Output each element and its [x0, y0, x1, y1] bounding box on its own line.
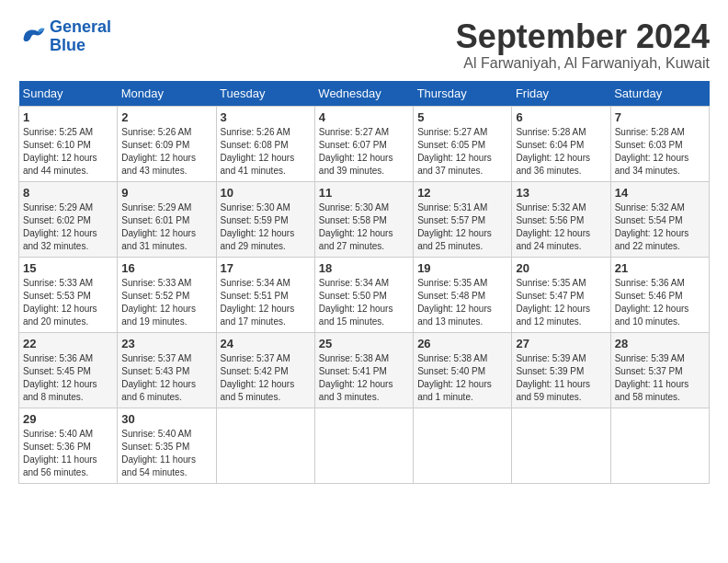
day-number: 22 [23, 337, 113, 350]
day-number: 1 [23, 110, 113, 124]
location-subtitle: Al Farwaniyah, Al Farwaniyah, Kuwait [456, 55, 710, 72]
calendar-day-cell: 19 Sunrise: 5:35 AM Sunset: 5:48 PM Dayl… [414, 257, 512, 332]
day-number: 21 [615, 261, 705, 275]
day-info: Sunrise: 5:36 AM Sunset: 5:46 PM Dayligh… [615, 277, 705, 328]
day-number: 15 [23, 261, 113, 275]
calendar-day-cell: 23 Sunrise: 5:37 AM Sunset: 5:43 PM Dayl… [118, 332, 216, 408]
calendar-day-cell: 2 Sunrise: 5:26 AM Sunset: 6:09 PM Dayli… [118, 106, 216, 181]
calendar-week-row: 1 Sunrise: 5:25 AM Sunset: 6:10 PM Dayli… [19, 106, 710, 181]
logo: General Blue [18, 18, 111, 55]
calendar-day-cell: 6 Sunrise: 5:28 AM Sunset: 6:04 PM Dayli… [512, 106, 610, 181]
calendar-day-cell [610, 408, 709, 483]
calendar-week-row: 22 Sunrise: 5:36 AM Sunset: 5:45 PM Dayl… [19, 332, 710, 408]
calendar-day-cell: 13 Sunrise: 5:32 AM Sunset: 5:56 PM Dayl… [512, 181, 610, 257]
day-info: Sunrise: 5:38 AM Sunset: 5:40 PM Dayligh… [417, 352, 507, 404]
page-header: General Blue September 2024 Al Farwaniya… [18, 18, 710, 72]
day-number: 28 [615, 337, 705, 350]
day-number: 7 [615, 110, 705, 124]
day-number: 30 [121, 412, 211, 426]
calendar-day-cell: 1 Sunrise: 5:25 AM Sunset: 6:10 PM Dayli… [19, 106, 118, 181]
weekday-header: Saturday [610, 81, 709, 107]
day-number: 25 [319, 337, 409, 350]
day-number: 3 [221, 110, 311, 124]
calendar-day-cell: 9 Sunrise: 5:29 AM Sunset: 6:01 PM Dayli… [118, 181, 216, 257]
day-info: Sunrise: 5:26 AM Sunset: 6:08 PM Dayligh… [221, 126, 311, 178]
day-info: Sunrise: 5:30 AM Sunset: 5:59 PM Dayligh… [221, 201, 311, 253]
calendar-day-cell: 15 Sunrise: 5:33 AM Sunset: 5:53 PM Dayl… [19, 257, 118, 332]
calendar-table: SundayMondayTuesdayWednesdayThursdayFrid… [18, 81, 710, 484]
weekday-header: Sunday [19, 81, 118, 107]
day-info: Sunrise: 5:31 AM Sunset: 5:57 PM Dayligh… [417, 201, 507, 253]
calendar-day-cell [216, 408, 314, 483]
weekday-header: Wednesday [314, 81, 413, 107]
day-info: Sunrise: 5:29 AM Sunset: 6:01 PM Dayligh… [121, 201, 211, 253]
calendar-header-row: SundayMondayTuesdayWednesdayThursdayFrid… [19, 81, 710, 107]
day-number: 6 [516, 110, 606, 124]
day-number: 2 [121, 110, 211, 124]
day-info: Sunrise: 5:39 AM Sunset: 5:39 PM Dayligh… [516, 352, 606, 404]
day-number: 9 [121, 186, 211, 200]
calendar-day-cell: 24 Sunrise: 5:37 AM Sunset: 5:42 PM Dayl… [216, 332, 314, 408]
day-number: 10 [221, 186, 311, 200]
calendar-day-cell: 14 Sunrise: 5:32 AM Sunset: 5:54 PM Dayl… [610, 181, 709, 257]
day-info: Sunrise: 5:40 AM Sunset: 5:36 PM Dayligh… [23, 428, 113, 479]
day-number: 4 [319, 110, 409, 124]
day-info: Sunrise: 5:39 AM Sunset: 5:37 PM Dayligh… [615, 352, 705, 404]
day-info: Sunrise: 5:30 AM Sunset: 5:58 PM Dayligh… [319, 201, 409, 253]
weekday-header: Thursday [414, 81, 512, 107]
day-number: 23 [121, 337, 211, 350]
day-info: Sunrise: 5:34 AM Sunset: 5:50 PM Dayligh… [319, 277, 409, 328]
day-info: Sunrise: 5:29 AM Sunset: 6:02 PM Dayligh… [23, 201, 113, 253]
calendar-day-cell: 7 Sunrise: 5:28 AM Sunset: 6:03 PM Dayli… [610, 106, 709, 181]
calendar-day-cell: 8 Sunrise: 5:29 AM Sunset: 6:02 PM Dayli… [19, 181, 118, 257]
calendar-day-cell: 4 Sunrise: 5:27 AM Sunset: 6:07 PM Dayli… [314, 106, 413, 181]
day-info: Sunrise: 5:28 AM Sunset: 6:03 PM Dayligh… [615, 126, 705, 178]
calendar-day-cell: 5 Sunrise: 5:27 AM Sunset: 6:05 PM Dayli… [414, 106, 512, 181]
day-info: Sunrise: 5:32 AM Sunset: 5:56 PM Dayligh… [516, 201, 606, 253]
month-title: September 2024 [456, 18, 710, 55]
calendar-day-cell: 25 Sunrise: 5:38 AM Sunset: 5:41 PM Dayl… [314, 332, 413, 408]
day-info: Sunrise: 5:33 AM Sunset: 5:52 PM Dayligh… [121, 277, 211, 328]
calendar-day-cell: 21 Sunrise: 5:36 AM Sunset: 5:46 PM Dayl… [610, 257, 709, 332]
calendar-day-cell: 30 Sunrise: 5:40 AM Sunset: 5:35 PM Dayl… [118, 408, 216, 483]
day-info: Sunrise: 5:32 AM Sunset: 5:54 PM Dayligh… [615, 201, 705, 253]
calendar-day-cell: 12 Sunrise: 5:31 AM Sunset: 5:57 PM Dayl… [414, 181, 512, 257]
day-number: 11 [319, 186, 409, 200]
day-number: 12 [417, 186, 507, 200]
calendar-week-row: 8 Sunrise: 5:29 AM Sunset: 6:02 PM Dayli… [19, 181, 710, 257]
day-number: 13 [516, 186, 606, 200]
day-number: 29 [23, 412, 113, 426]
day-number: 8 [23, 186, 113, 200]
calendar-day-cell: 29 Sunrise: 5:40 AM Sunset: 5:36 PM Dayl… [19, 408, 118, 483]
day-number: 5 [417, 110, 507, 124]
weekday-header: Monday [118, 81, 216, 107]
day-number: 14 [615, 186, 705, 200]
day-number: 24 [221, 337, 311, 350]
logo-text: General Blue [50, 18, 111, 55]
day-number: 20 [516, 261, 606, 275]
day-number: 19 [417, 261, 507, 275]
day-info: Sunrise: 5:33 AM Sunset: 5:53 PM Dayligh… [23, 277, 113, 328]
calendar-day-cell [314, 408, 413, 483]
calendar-day-cell [512, 408, 610, 483]
calendar-day-cell: 18 Sunrise: 5:34 AM Sunset: 5:50 PM Dayl… [314, 257, 413, 332]
calendar-day-cell: 11 Sunrise: 5:30 AM Sunset: 5:58 PM Dayl… [314, 181, 413, 257]
day-info: Sunrise: 5:26 AM Sunset: 6:09 PM Dayligh… [121, 126, 211, 178]
day-number: 17 [221, 261, 311, 275]
calendar-day-cell: 22 Sunrise: 5:36 AM Sunset: 5:45 PM Dayl… [19, 332, 118, 408]
day-info: Sunrise: 5:27 AM Sunset: 6:05 PM Dayligh… [417, 126, 507, 178]
calendar-week-row: 15 Sunrise: 5:33 AM Sunset: 5:53 PM Dayl… [19, 257, 710, 332]
calendar-day-cell: 28 Sunrise: 5:39 AM Sunset: 5:37 PM Dayl… [610, 332, 709, 408]
day-info: Sunrise: 5:37 AM Sunset: 5:43 PM Dayligh… [121, 352, 211, 404]
calendar-day-cell: 10 Sunrise: 5:30 AM Sunset: 5:59 PM Dayl… [216, 181, 314, 257]
calendar-week-row: 29 Sunrise: 5:40 AM Sunset: 5:36 PM Dayl… [19, 408, 710, 483]
day-info: Sunrise: 5:28 AM Sunset: 6:04 PM Dayligh… [516, 126, 606, 178]
calendar-day-cell: 27 Sunrise: 5:39 AM Sunset: 5:39 PM Dayl… [512, 332, 610, 408]
calendar-day-cell: 20 Sunrise: 5:35 AM Sunset: 5:47 PM Dayl… [512, 257, 610, 332]
day-info: Sunrise: 5:36 AM Sunset: 5:45 PM Dayligh… [23, 352, 113, 404]
weekday-header: Tuesday [216, 81, 314, 107]
calendar-day-cell: 26 Sunrise: 5:38 AM Sunset: 5:40 PM Dayl… [414, 332, 512, 408]
calendar-day-cell [414, 408, 512, 483]
title-section: September 2024 Al Farwaniyah, Al Farwani… [456, 18, 710, 72]
calendar-day-cell: 3 Sunrise: 5:26 AM Sunset: 6:08 PM Dayli… [216, 106, 314, 181]
